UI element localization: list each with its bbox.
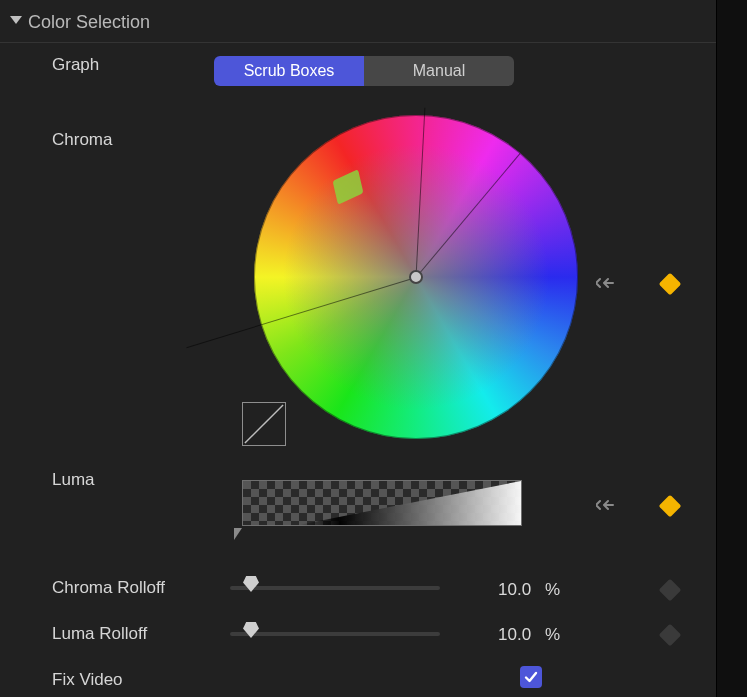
segment-label: Manual	[413, 62, 465, 80]
chroma-color-wheel[interactable]	[254, 115, 578, 439]
segment-scrub-boxes[interactable]: Scrub Boxes	[214, 56, 364, 86]
luma-strip-area	[242, 480, 522, 526]
checkmark-icon	[523, 669, 539, 685]
chroma-rolloff-label: Chroma Rolloff	[52, 578, 220, 598]
chroma-label: Chroma	[52, 130, 220, 150]
chroma-rolloff-value-readout[interactable]: 10.0 %	[498, 580, 560, 600]
luma-gradient-overlay	[243, 481, 521, 525]
disclosure-triangle-icon[interactable]	[10, 16, 22, 24]
luma-reset-icon[interactable]	[596, 498, 614, 512]
luma-rolloff-label: Luma Rolloff	[52, 624, 220, 644]
luma-gradient-strip[interactable]	[242, 480, 522, 526]
luma-rolloff-unit: %	[545, 625, 560, 645]
chroma-wheel-area	[254, 115, 584, 445]
luma-rolloff-value: 10.0	[498, 625, 531, 645]
graph-segmented-control[interactable]: Scrub Boxes Manual	[214, 56, 514, 86]
chroma-wedge-edge[interactable]	[416, 153, 521, 278]
luma-label: Luma	[52, 470, 220, 490]
luma-rolloff-slider[interactable]	[230, 624, 440, 644]
chroma-reset-icon[interactable]	[596, 276, 614, 290]
chroma-rolloff-slider[interactable]	[230, 578, 440, 598]
fix-video-checkbox[interactable]	[520, 666, 542, 688]
luma-keyframe-diamond-icon[interactable]	[659, 495, 682, 518]
chroma-wedge-edge[interactable]	[186, 277, 416, 348]
chroma-keyframe-diamond-icon[interactable]	[659, 273, 682, 296]
right-gutter	[716, 0, 747, 697]
chroma-center-dot[interactable]	[409, 270, 423, 284]
fix-video-label: Fix Video	[52, 670, 220, 690]
color-selection-panel: Color Selection Graph Scrub Boxes Manual…	[0, 0, 716, 697]
segment-label: Scrub Boxes	[244, 62, 335, 80]
section-title: Color Selection	[28, 12, 150, 33]
chroma-rolloff-value: 10.0	[498, 580, 531, 600]
chroma-wedge-edge[interactable]	[416, 108, 426, 278]
slider-track	[230, 586, 440, 590]
falloff-curve-icon[interactable]	[242, 402, 286, 446]
chroma-selection-handle[interactable]	[333, 169, 364, 205]
section-header[interactable]: Color Selection	[0, 0, 716, 43]
chroma-rolloff-unit: %	[545, 580, 560, 600]
segment-manual[interactable]: Manual	[364, 56, 514, 86]
graph-label: Graph	[52, 55, 220, 75]
luma-rolloff-value-readout[interactable]: 10.0 %	[498, 625, 560, 645]
slider-track	[230, 632, 440, 636]
luma-range-handle[interactable]	[234, 528, 242, 540]
